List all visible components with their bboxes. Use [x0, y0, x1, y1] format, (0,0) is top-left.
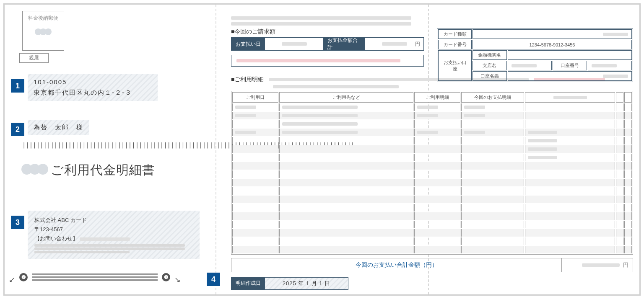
table-row — [232, 204, 632, 211]
circle-1: ❶ — [162, 273, 170, 281]
marker-1: 1 — [11, 79, 24, 93]
postal-code: 101-0005 — [34, 78, 152, 85]
recipient-name: 為替 太郎 様 — [28, 120, 89, 135]
placeholder-line — [528, 131, 557, 134]
table-row — [232, 154, 632, 161]
table-row — [232, 145, 632, 153]
card-type-label: カード種類 — [438, 29, 472, 39]
company-postal: 〒123-4567 — [34, 225, 193, 234]
placeholder-line — [80, 237, 130, 241]
placeholder-line — [34, 251, 130, 253]
placeholder-line — [528, 147, 557, 151]
placeholder-line — [464, 114, 485, 117]
table-row — [232, 120, 632, 128]
placeholder-line — [34, 247, 185, 250]
pay-date-label: お支払い日 — [231, 38, 265, 50]
arrow-down-left-icon: ↙ — [174, 275, 181, 284]
bill-section-title: ■今回のご請求額 — [231, 28, 424, 36]
card-number-value: 1234-5678-9012-3456 — [473, 40, 632, 49]
branch-label: 支店名 — [473, 61, 507, 70]
contact-label: 【お問い合わせ】 — [34, 235, 78, 242]
circle-2: ❷ — [19, 273, 28, 281]
table-row — [232, 103, 632, 111]
total-row: 今回のお支払い合計金額（円） 円 — [231, 258, 633, 272]
placeholder-line — [282, 106, 358, 109]
placeholder-line — [282, 114, 358, 117]
placeholder-line — [592, 64, 617, 67]
yen-unit: 円 — [415, 41, 420, 48]
table-row — [232, 179, 632, 186]
bank-label: 金融機関名 — [473, 50, 507, 60]
notice-box — [231, 55, 424, 67]
placeholder-line — [273, 85, 399, 88]
card-number-label: カード番号 — [438, 40, 472, 49]
placeholder-line — [603, 75, 628, 78]
confidential-label: 親展 — [19, 53, 49, 63]
placeholder-line — [282, 122, 358, 126]
placeholder-line — [282, 131, 358, 134]
pay-total-label: お支払金額合計 — [323, 38, 365, 50]
account-label: お支払い口座 — [438, 50, 472, 81]
placeholder-line — [235, 131, 256, 134]
col-usage: ご利用明細 — [414, 92, 460, 103]
card-info-table: カード種類 カード番号1234-5678-9012-3456 お支払い口座金融機… — [437, 28, 633, 82]
total-label: 今回のお支払い合計金額（円） — [231, 261, 561, 269]
table-row — [232, 246, 632, 253]
placeholder-line — [236, 59, 400, 62]
holder-label: 口座名義 — [473, 71, 507, 81]
logo-dots-icon — [35, 28, 52, 36]
usage-detail-table: ご利用日 ご利用先など ご利用明細 今回のお支払明細 — [231, 91, 633, 255]
placeholder-line — [464, 131, 485, 134]
table-row — [232, 237, 632, 245]
address-block: 101-0005 東京都千代田区丸の内１-２-３ — [28, 74, 158, 101]
address-line: 東京都千代田区丸の内１-２-３ — [34, 89, 152, 97]
document-title: ご利用代金明細書 — [51, 162, 155, 179]
table-row — [232, 137, 632, 144]
company-name: 株式会社 ABC カード — [34, 216, 193, 225]
placeholder-line — [464, 106, 485, 109]
marker-4: 4 — [207, 273, 220, 286]
placeholder-line — [417, 131, 438, 134]
placeholder-line — [528, 139, 557, 142]
account-no-label: 口座番号 — [553, 61, 587, 70]
table-row — [232, 221, 632, 228]
placeholder-line — [417, 114, 438, 117]
table-row — [232, 162, 632, 170]
placeholder-line — [382, 42, 407, 46]
yen-unit: 円 — [623, 261, 628, 269]
placeholder-line — [235, 106, 256, 109]
placeholder-line — [417, 106, 438, 109]
marker-2: 2 — [11, 123, 24, 136]
placeholder-line — [582, 263, 620, 267]
placeholder-line — [603, 33, 628, 36]
placeholder-line — [512, 64, 537, 67]
logo-dots-icon — [21, 164, 48, 176]
placeholder-line — [231, 22, 411, 26]
col-date: ご利用日 — [232, 92, 278, 103]
placeholder-line — [231, 16, 411, 20]
placeholder-line — [528, 156, 557, 159]
marker-3: 3 — [11, 216, 24, 229]
table-row — [232, 212, 632, 220]
col-this-pay: 今回のお支払明細 — [461, 92, 524, 103]
placeholder-line — [282, 42, 307, 46]
table-row — [232, 129, 632, 136]
arrow-down-left-icon: ↙ — [9, 275, 15, 284]
table-row — [232, 196, 632, 203]
table-row — [232, 112, 632, 119]
placeholder-line — [34, 244, 185, 247]
created-label: 明細作成日 — [231, 278, 265, 289]
postage-label: 料金後納郵便 — [24, 15, 62, 22]
placeholder-lines — [32, 273, 158, 281]
created-value: 2025 年 1 月 1 日 — [265, 278, 348, 289]
detail-section-title: ■ご利用明細 — [231, 76, 264, 83]
placeholder-line — [553, 96, 587, 99]
table-row — [232, 187, 632, 195]
bill-summary-row: お支払い日 お支払金額合計 円 — [231, 37, 424, 51]
postage-stamp-box: 料金後納郵便 — [22, 11, 64, 51]
table-row — [232, 229, 632, 237]
table-row — [232, 170, 632, 178]
company-block: 株式会社 ABC カード 〒123-4567 【お問い合わせ】 — [28, 211, 200, 259]
placeholder-line — [235, 114, 256, 117]
col-merchant: ご利用先など — [279, 92, 413, 103]
